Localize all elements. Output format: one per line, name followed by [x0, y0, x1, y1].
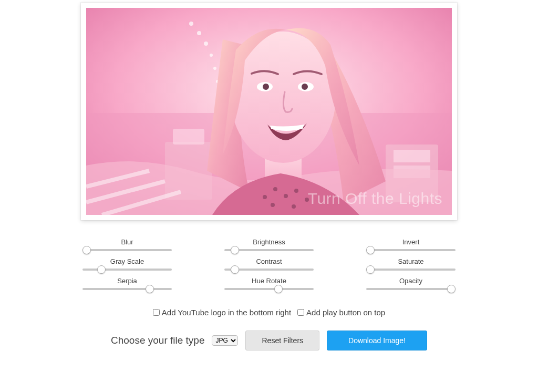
slider-label-contrast: Contrast: [256, 257, 282, 265]
svg-point-12: [204, 42, 208, 46]
svg-point-18: [263, 195, 267, 199]
checkbox-youtube-logo[interactable]: [153, 309, 160, 316]
image-preview: Turn Off the Lights: [86, 8, 452, 215]
svg-rect-5: [394, 150, 430, 162]
slider-label-invert: Invert: [402, 238, 420, 246]
slider-serpia[interactable]: [82, 288, 172, 290]
slider-opacity[interactable]: [366, 288, 456, 290]
svg-point-11: [197, 31, 201, 35]
svg-point-27: [263, 84, 269, 90]
checkbox-play-button[interactable]: [297, 309, 304, 316]
filter-controls: Blur Brightness Invert Gray Scale Contra…: [33, 238, 505, 296]
slider-label-huerotate: Hue Rotate: [252, 277, 286, 285]
slider-group-huerotate: Hue Rotate: [206, 277, 332, 290]
slider-contrast[interactable]: [224, 269, 314, 271]
slider-label-grayscale: Gray Scale: [110, 257, 144, 265]
checkbox-youtube-logo-wrap[interactable]: Add YouTube logo in the bottom right: [153, 308, 291, 317]
checkbox-play-button-wrap[interactable]: Add play button on top: [297, 308, 385, 317]
svg-point-10: [189, 22, 193, 26]
slider-invert[interactable]: [366, 249, 456, 251]
svg-rect-3: [173, 129, 204, 145]
svg-point-24: [292, 204, 296, 209]
slider-group-serpia: Serpia: [64, 277, 190, 290]
slider-group-saturate: Saturate: [348, 257, 474, 271]
checkbox-play-button-label: Add play button on top: [306, 308, 385, 317]
slider-group-invert: Invert: [348, 238, 474, 251]
svg-point-20: [284, 194, 288, 198]
actions-row: Choose your file type JPG Reset Filters …: [0, 331, 538, 350]
filetype-select[interactable]: JPG: [212, 335, 238, 346]
slider-grayscale[interactable]: [82, 269, 172, 271]
preview-image: [86, 8, 452, 215]
slider-group-brightness: Brightness: [206, 238, 332, 251]
download-image-button[interactable]: Download Image!: [327, 331, 427, 350]
svg-point-14: [213, 67, 216, 70]
slider-label-brightness: Brightness: [253, 238, 285, 246]
svg-point-23: [271, 203, 275, 207]
svg-point-19: [273, 187, 277, 191]
svg-point-29: [302, 84, 308, 90]
image-preview-frame: Turn Off the Lights: [81, 3, 457, 220]
svg-point-21: [294, 189, 298, 193]
reset-filters-button[interactable]: Reset Filters: [245, 331, 319, 350]
filetype-label: Choose your file type: [111, 335, 205, 346]
slider-label-blur: Blur: [121, 238, 133, 246]
slider-group-contrast: Contrast: [206, 257, 332, 271]
options-row: Add YouTube logo in the bottom right Add…: [0, 308, 538, 317]
svg-point-13: [210, 54, 213, 57]
slider-group-blur: Blur: [64, 238, 190, 251]
slider-group-opacity: Opacity: [348, 277, 474, 290]
slider-label-saturate: Saturate: [398, 257, 423, 265]
slider-group-grayscale: Gray Scale: [64, 257, 190, 271]
svg-point-22: [305, 198, 309, 202]
slider-huerotate[interactable]: [224, 288, 314, 290]
slider-brightness[interactable]: [224, 249, 314, 251]
slider-label-serpia: Serpia: [117, 277, 137, 285]
checkbox-youtube-logo-label: Add YouTube logo in the bottom right: [162, 308, 291, 317]
slider-saturate[interactable]: [366, 269, 456, 271]
slider-blur[interactable]: [82, 249, 172, 251]
slider-label-opacity: Opacity: [399, 277, 422, 285]
